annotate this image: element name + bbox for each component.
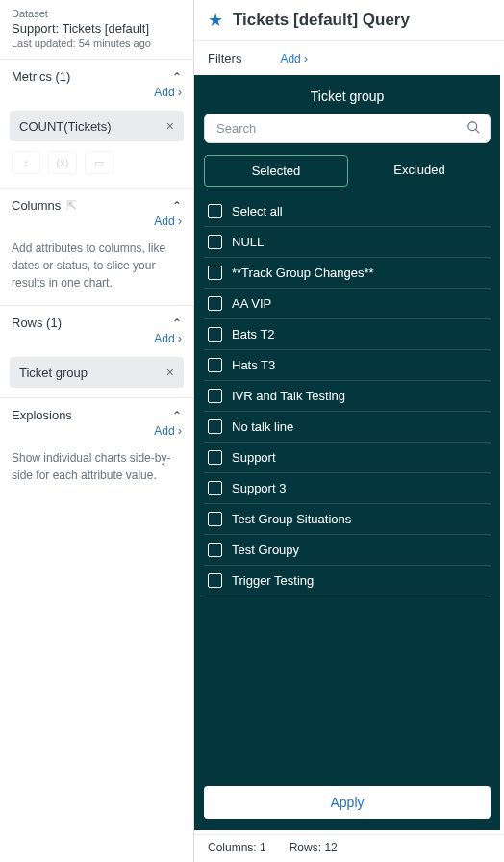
list-item-label: Support 3	[232, 481, 286, 495]
footer-columns: Columns: 1	[208, 841, 266, 854]
checkbox-icon[interactable]	[208, 235, 222, 249]
checkbox-icon[interactable]	[208, 389, 222, 403]
tab-excluded[interactable]: Excluded	[348, 155, 491, 187]
remove-icon[interactable]: ×	[166, 365, 174, 380]
pin-icon: ⇱	[66, 198, 77, 213]
status-footer: Columns: 1 Rows: 12	[194, 834, 504, 862]
chevron-up-icon: ⌃	[172, 317, 182, 330]
checkbox-icon[interactable]	[208, 543, 222, 557]
checkbox-icon[interactable]	[208, 266, 222, 280]
list-item-label: Select all	[232, 204, 283, 218]
metric-chip[interactable]: COUNT(Tickets) ×	[10, 111, 184, 141]
checkbox-icon[interactable]	[208, 327, 222, 342]
star-icon[interactable]: ★	[208, 10, 223, 31]
list-item-label: No talk line	[232, 419, 293, 434]
list-item[interactable]: **Track Group Changes**	[204, 258, 491, 289]
explosions-add-link[interactable]: Add	[154, 424, 182, 438]
columns-section: Columns⇱ ⌃ Add Add attributes to columns…	[0, 188, 193, 305]
explosions-header[interactable]: Explosions ⌃	[0, 398, 193, 424]
dataset-updated: Last updated: 54 minutes ago	[12, 38, 182, 49]
checkbox-icon[interactable]	[208, 450, 222, 465]
main-area: ★ Tickets [default] Query Filters Add Ti…	[194, 0, 504, 862]
rows-title: Rows (1)	[12, 316, 62, 330]
filters-add-link[interactable]: Add	[280, 52, 308, 65]
filter-panel: Ticket group Selected Excluded Select al…	[194, 75, 500, 830]
filters-bar: Filters Add	[194, 41, 504, 75]
search-icon	[466, 120, 481, 138]
metrics-section: Metrics (1) ⌃ Add COUNT(Tickets) × ↕ (x)…	[0, 59, 193, 188]
list-item[interactable]: IVR and Talk Testing	[204, 381, 491, 412]
search-input[interactable]	[204, 114, 491, 143]
list-item[interactable]: No talk line	[204, 412, 491, 443]
list-item[interactable]: Trigger Testing	[204, 566, 491, 596]
panel-tabs: Selected Excluded	[204, 155, 491, 187]
chat-icon[interactable]: ▭	[85, 151, 113, 174]
list-item[interactable]: NULL	[204, 227, 491, 258]
list-item[interactable]: Select all	[204, 196, 491, 227]
sidebar: Dataset Support: Tickets [default] Last …	[0, 0, 194, 862]
checkbox-icon[interactable]	[208, 358, 222, 372]
list-item-label: IVR and Talk Testing	[232, 389, 345, 403]
list-item[interactable]: Support	[204, 443, 491, 473]
chevron-up-icon: ⌃	[172, 70, 182, 84]
list-item[interactable]: Test Groupy	[204, 535, 491, 566]
list-item[interactable]: Test Group Situations	[204, 504, 491, 535]
checkbox-icon[interactable]	[208, 204, 222, 218]
chevron-up-icon: ⌃	[172, 199, 182, 213]
dataset-block: Dataset Support: Tickets [default] Last …	[0, 0, 193, 59]
explosions-section: Explosions ⌃ Add Show individual charts …	[0, 397, 193, 497]
svg-point-0	[468, 121, 477, 130]
row-chip-label: Ticket group	[19, 366, 88, 380]
list-item[interactable]: Bats T2	[204, 319, 491, 350]
checkbox-icon[interactable]	[208, 296, 222, 311]
dataset-label: Dataset	[12, 8, 182, 19]
checkbox-icon[interactable]	[208, 573, 222, 588]
dataset-name: Support: Tickets [default]	[12, 21, 182, 36]
list-item[interactable]: Support 3	[204, 473, 491, 504]
apply-button[interactable]: Apply	[204, 786, 491, 819]
list-item-label: Trigger Testing	[232, 573, 314, 588]
columns-hint: Add attributes to columns, like dates or…	[0, 236, 193, 305]
remove-icon[interactable]: ×	[166, 118, 174, 134]
page-title: Tickets [default] Query	[233, 11, 410, 30]
sort-icon[interactable]: ↕	[12, 151, 40, 174]
list-item-label: Test Group Situations	[232, 512, 351, 526]
explosions-hint: Show individual charts side-by-side for …	[0, 445, 193, 497]
metrics-add-link[interactable]: Add	[154, 86, 182, 99]
list-item-label: Test Groupy	[232, 543, 299, 557]
rows-add-link[interactable]: Add	[154, 332, 182, 345]
metrics-title: Metrics (1)	[12, 69, 70, 84]
options-list: Select allNULL**Track Group Changes**AA …	[204, 196, 491, 776]
format-icon-row: ↕ (x) ▭	[0, 151, 193, 188]
filters-label: Filters	[208, 51, 241, 65]
svg-line-1	[475, 129, 479, 133]
list-item-label: Support	[232, 450, 276, 465]
list-item[interactable]: Hats T3	[204, 350, 491, 381]
rows-section: Rows (1) ⌃ Add Ticket group ×	[0, 305, 193, 397]
tab-selected[interactable]: Selected	[204, 155, 348, 187]
explosions-title: Explosions	[12, 408, 72, 422]
row-chip[interactable]: Ticket group ×	[10, 357, 184, 388]
brackets-icon[interactable]: (x)	[48, 151, 77, 174]
list-item-label: **Track Group Changes**	[232, 266, 374, 280]
list-item-label: NULL	[232, 235, 264, 249]
checkbox-icon[interactable]	[208, 419, 222, 434]
list-item-label: Bats T2	[232, 327, 275, 342]
list-item[interactable]: AA VIP	[204, 289, 491, 319]
metrics-header[interactable]: Metrics (1) ⌃	[0, 60, 193, 86]
list-item-label: AA VIP	[232, 296, 271, 311]
list-item-label: Hats T3	[232, 358, 275, 372]
checkbox-icon[interactable]	[208, 481, 222, 495]
columns-header[interactable]: Columns⇱ ⌃	[0, 189, 193, 215]
page-header: ★ Tickets [default] Query	[194, 0, 504, 41]
chevron-up-icon: ⌃	[172, 409, 182, 422]
footer-rows: Rows: 12	[290, 841, 338, 854]
columns-title: Columns	[12, 198, 61, 213]
checkbox-icon[interactable]	[208, 512, 222, 526]
panel-title: Ticket group	[204, 85, 491, 114]
metric-chip-label: COUNT(Tickets)	[19, 119, 112, 134]
columns-add-link[interactable]: Add	[154, 215, 182, 228]
rows-header[interactable]: Rows (1) ⌃	[0, 306, 193, 332]
